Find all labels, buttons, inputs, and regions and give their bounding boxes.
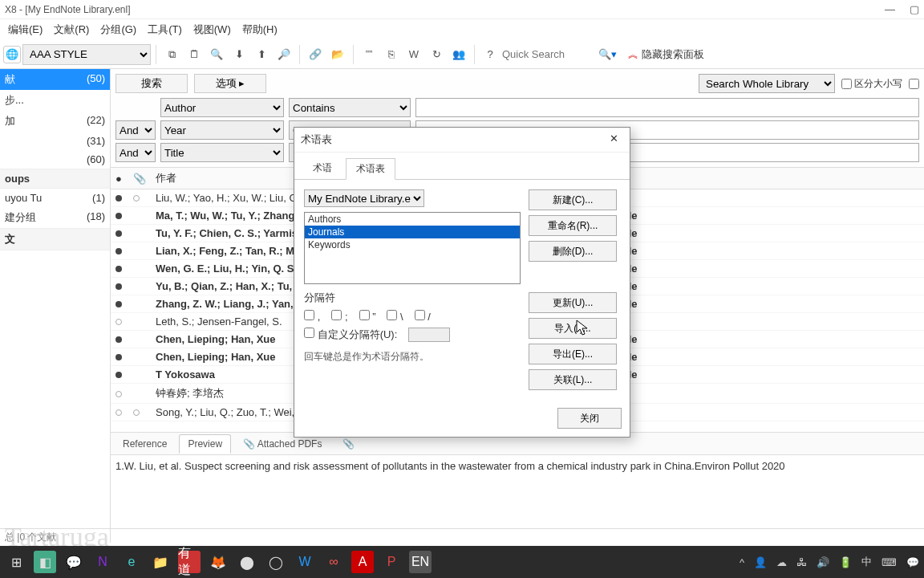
sidebar-item[interactable]: 献(50) (0, 69, 110, 90)
close-icon[interactable]: ✕ (604, 132, 623, 147)
start-button[interactable]: ⊞ (5, 551, 27, 573)
op-select[interactable]: And (116, 120, 156, 140)
sidebar-item[interactable]: 加(22) (0, 111, 110, 132)
search-dropdown-icon[interactable]: 🔍▾ (598, 48, 617, 60)
word-icon[interactable]: W (294, 551, 316, 573)
find-fulltext-icon[interactable]: 🔎 (274, 44, 294, 65)
style-select[interactable]: AAA STYLE (22, 44, 151, 65)
field-select[interactable]: Title (160, 143, 284, 162)
maximize-button[interactable]: ▢ (910, 3, 919, 15)
export-icon[interactable]: ⬆ (251, 44, 272, 65)
delete-button[interactable]: 删除(D)... (529, 241, 617, 262)
clip-header[interactable]: 📎 (133, 173, 146, 185)
tab-terms[interactable]: 术语 (302, 157, 342, 179)
chevron-up-icon: ︽ (628, 47, 638, 62)
endnote-icon[interactable]: EN (409, 551, 432, 573)
sidebar-item[interactable]: (31) (0, 132, 110, 150)
delim-rdq[interactable]: ” (359, 310, 376, 323)
tab-reference[interactable]: Reference (114, 434, 176, 454)
extra-checkbox[interactable] (909, 74, 919, 93)
share-icon[interactable]: 👥 (448, 44, 469, 65)
import-button[interactable]: 导入(I)... (529, 318, 617, 339)
delim-bslash[interactable]: \ (387, 310, 403, 323)
network-icon[interactable]: 🖧 (796, 556, 807, 568)
menu-help[interactable]: 帮助(H) (237, 21, 282, 39)
acrobat-icon[interactable]: A (351, 551, 374, 573)
hide-search-panel-button[interactable]: ︽ 隐藏搜索面板 (628, 47, 704, 62)
task-icon[interactable]: ◧ (34, 551, 56, 573)
author-header[interactable]: 作者 (156, 172, 176, 184)
quick-search-input[interactable] (502, 48, 598, 60)
delim-fslash[interactable]: / (415, 310, 431, 323)
insert-citation-icon[interactable]: ”” (359, 44, 379, 65)
field-select[interactable]: Year (160, 120, 284, 140)
menu-groups[interactable]: 分组(G) (95, 21, 141, 39)
match-case-checkbox[interactable]: 区分大小写 (841, 74, 902, 93)
sync-icon[interactable]: ↻ (426, 44, 447, 65)
chrome-icon[interactable]: ⬤ (236, 551, 258, 573)
battery-icon[interactable]: 🔋 (839, 556, 852, 568)
delim-semicolon[interactable]: ; (331, 310, 347, 323)
menu-references[interactable]: 文献(R) (49, 21, 94, 39)
keyboard-icon[interactable]: ⌨ (881, 556, 897, 568)
group-label: 建分组 (5, 210, 36, 225)
ime-indicator[interactable]: 中 (861, 555, 872, 569)
menu-edit[interactable]: 编辑(E) (3, 21, 47, 39)
menu-window[interactable]: 视图(W) (188, 21, 236, 39)
minimize-button[interactable]: — (885, 3, 895, 15)
tab-preview[interactable]: Preview (179, 434, 231, 454)
update-button[interactable]: 更新(U)... (529, 292, 617, 313)
sidebar-group-2[interactable]: 建分组 (18) (0, 207, 110, 228)
options-button[interactable]: 选项 ▸ (194, 74, 266, 93)
volume-icon[interactable]: 🔊 (817, 556, 829, 568)
task-icon[interactable]: ∞ (322, 551, 345, 573)
copy-icon[interactable]: ⧉ (161, 44, 182, 65)
read-header[interactable]: ● (116, 173, 122, 185)
task-icon[interactable]: 💬 (63, 551, 85, 573)
op-select[interactable]: And (116, 143, 156, 162)
rename-button[interactable]: 重命名(R)... (529, 215, 617, 236)
term-lists-listbox[interactable]: Authors Journals Keywords (304, 212, 521, 284)
globe-icon[interactable]: 🌐 (3, 46, 21, 63)
note-icon[interactable]: 🗒 (184, 44, 205, 65)
firefox-icon[interactable]: 🦊 (207, 551, 229, 573)
search-button[interactable]: 搜索 (116, 74, 188, 93)
close-button[interactable]: 关闭 (557, 408, 622, 429)
help-icon[interactable]: ? (480, 44, 500, 65)
tray-chevron-icon[interactable]: ^ (740, 556, 744, 568)
open-icon[interactable]: 📂 (327, 44, 348, 65)
notifications-icon[interactable]: 💬 (906, 556, 919, 568)
search-scope-select[interactable]: Search Whole Library (699, 74, 835, 93)
import-icon[interactable]: ⬇ (229, 44, 249, 65)
format-icon[interactable]: ⎘ (381, 44, 402, 65)
word-icon[interactable]: W (403, 44, 424, 65)
task-icon[interactable]: N (91, 551, 114, 573)
delim-comma[interactable]: , (304, 310, 320, 323)
cond-select[interactable]: Contains (289, 98, 411, 117)
link-icon[interactable]: 🔗 (305, 44, 326, 65)
task-icon[interactable]: 有道 (178, 551, 201, 573)
menu-tools[interactable]: 工具(T) (143, 21, 187, 39)
sidebar-item[interactable]: (60) (0, 150, 110, 169)
search-online-icon[interactable]: 🔍 (206, 44, 227, 65)
custom-delim-checkbox[interactable]: 自定义分隔符(U): (304, 328, 397, 342)
link-button[interactable]: 关联(L)... (529, 369, 617, 390)
sidebar-item[interactable]: 步... (0, 90, 110, 111)
obs-icon[interactable]: ◯ (265, 551, 287, 573)
explorer-icon[interactable]: 📁 (149, 551, 172, 573)
tab-lists[interactable]: 术语表 (346, 158, 395, 180)
field-select[interactable]: Author (160, 98, 284, 117)
library-select[interactable]: My EndNote Library.enl (304, 189, 424, 207)
dialog-title: 术语表 (301, 132, 332, 147)
sidebar-group-1[interactable]: uyou Tu (1) (0, 189, 110, 207)
list-item-keywords[interactable]: Keywords (305, 238, 520, 251)
create-button[interactable]: 新建(C)... (529, 189, 617, 210)
people-icon[interactable]: 👤 (754, 556, 767, 568)
edge-icon[interactable]: e (120, 551, 143, 573)
export-button[interactable]: 导出(E)... (529, 344, 617, 364)
list-item-journals[interactable]: Journals (305, 226, 520, 238)
list-item-authors[interactable]: Authors (305, 213, 520, 226)
cloud-icon[interactable]: ☁ (776, 556, 787, 568)
search-value-input[interactable] (415, 98, 919, 117)
powerpoint-icon[interactable]: P (380, 551, 403, 573)
